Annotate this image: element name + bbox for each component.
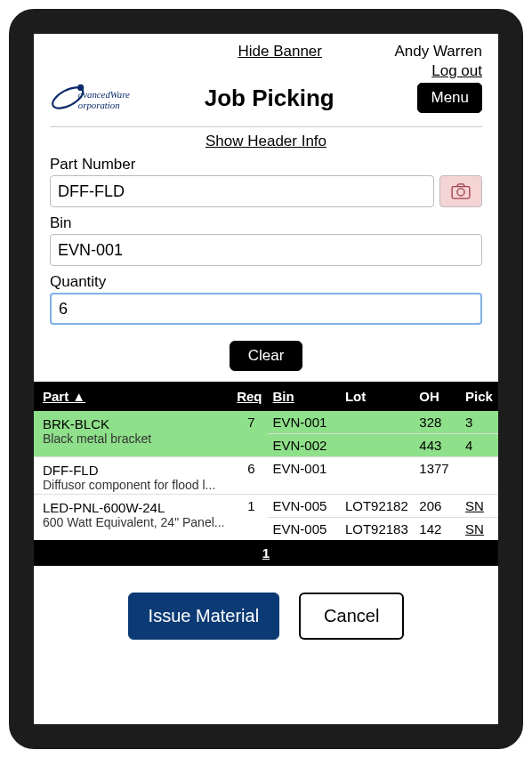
bin-cell: EVN-002 — [268, 434, 340, 457]
col-lot: Lot — [340, 382, 414, 411]
onhand-cell: 328 — [414, 411, 460, 434]
table-row[interactable]: BRK-BLCKBlack metal bracket7EVN-0013283 — [34, 411, 498, 434]
picking-table: Part ▲ Req Bin Lot OH Pick BRK-BLCKBlack… — [34, 382, 498, 566]
req-qty: 6 — [230, 457, 268, 495]
bin-cell: EVN-001 — [268, 411, 340, 434]
lot-cell — [340, 434, 414, 457]
onhand-cell: 142 — [414, 518, 460, 541]
logout-link[interactable]: Log out — [394, 62, 482, 80]
tablet-frame: Hide Banner Andy Warren Log out dvancedW… — [9, 9, 523, 749]
bin-cell: EVN-005 — [268, 495, 340, 518]
clear-button[interactable]: Clear — [230, 341, 303, 371]
pick-cell — [460, 457, 498, 495]
part-number-input[interactable] — [50, 175, 434, 207]
onhand-cell: 1377 — [414, 457, 460, 495]
svg-text:orporation: orporation — [78, 100, 120, 110]
part-number: BRK-BLCK — [43, 416, 225, 431]
part-description: 600 Watt Equivalent, 24" Panel... — [43, 515, 225, 529]
screen: Hide Banner Andy Warren Log out dvancedW… — [34, 34, 498, 724]
bin-cell: EVN-005 — [268, 518, 340, 541]
col-req[interactable]: Req — [230, 382, 268, 411]
onhand-cell: 443 — [414, 434, 460, 457]
req-qty: 1 — [230, 495, 268, 541]
issue-material-button[interactable]: Issue Material — [128, 593, 280, 640]
cancel-button[interactable]: Cancel — [299, 593, 404, 640]
bin-label: Bin — [50, 214, 482, 232]
part-number: DFF-FLD — [43, 463, 225, 478]
part-number-label: Part Number — [50, 156, 482, 173]
page-title: Job Picking — [121, 85, 417, 112]
quantity-label: Quantity — [50, 273, 482, 291]
bin-cell: EVN-001 — [268, 457, 340, 495]
req-qty: 7 — [230, 411, 268, 457]
onhand-cell: 206 — [414, 495, 460, 518]
pick-cell[interactable]: SN — [460, 495, 498, 518]
part-description: Black metal bracket — [43, 431, 225, 446]
lot-cell: LOT92183 — [340, 518, 414, 541]
quantity-input[interactable] — [50, 293, 482, 325]
pick-cell[interactable]: SN — [460, 518, 498, 541]
svg-point-5 — [457, 189, 464, 196]
menu-button[interactable]: Menu — [417, 83, 482, 113]
col-pick: Pick — [460, 382, 498, 411]
lot-cell — [340, 457, 414, 495]
lot-cell: LOT92182 — [340, 495, 414, 518]
lot-cell — [340, 411, 414, 434]
bin-input[interactable] — [50, 234, 482, 266]
part-description: Diffusor component for flood l... — [43, 478, 225, 492]
part-number: LED-PNL-600W-24L — [43, 500, 225, 515]
show-header-link[interactable]: Show Header Info — [50, 133, 482, 150]
pick-cell: 4 — [460, 434, 498, 457]
hide-banner-link[interactable]: Hide Banner — [238, 43, 322, 60]
table-row[interactable]: DFF-FLDDiffusor component for flood l...… — [34, 457, 498, 495]
pick-cell: 3 — [460, 411, 498, 434]
col-part[interactable]: Part ▲ — [34, 382, 230, 411]
col-bin[interactable]: Bin — [268, 382, 340, 411]
camera-icon — [451, 183, 471, 199]
table-row[interactable]: LED-PNL-600W-24L600 Watt Equivalent, 24"… — [34, 495, 498, 518]
page-number[interactable]: 1 — [34, 540, 498, 566]
camera-button[interactable] — [439, 175, 482, 207]
col-oh: OH — [414, 382, 460, 411]
user-name: Andy Warren — [394, 43, 482, 60]
